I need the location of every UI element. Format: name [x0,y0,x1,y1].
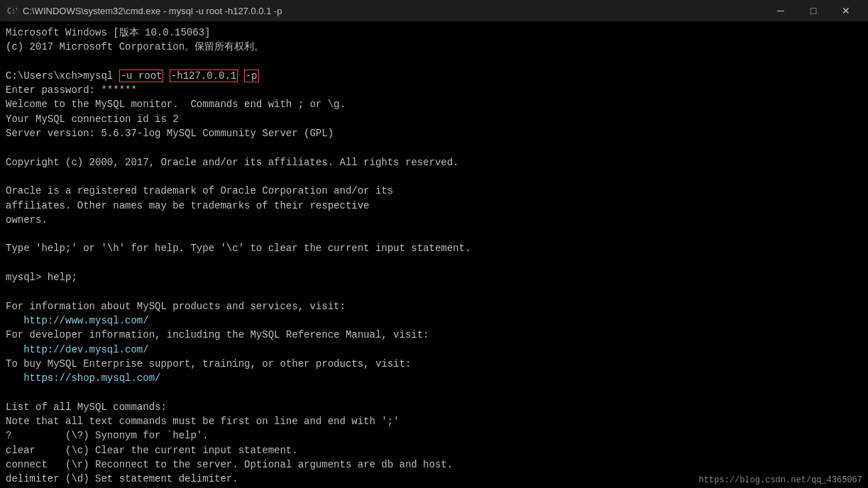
line-blank-2 [6,140,862,155]
line-note: Note that all text commands must be firs… [6,414,862,428]
maximize-button[interactable]: □ [797,0,830,21]
line-blank-3 [6,170,862,184]
line-cmd: C:\Users\xch>mysql -u root -h127.0.0.1 -… [6,69,862,83]
line-list-header: List of all MySQL commands: [6,400,862,414]
line-for-info: For information about MySQL products and… [6,299,862,314]
titlebar-left: C:\ C:\WINDOWS\system32\cmd.exe - mysql … [6,5,282,16]
line-version: Server version: 5.6.37-log MySQL Communi… [6,126,862,140]
line-copyright: Copyright (c) 2000, 2017, Oracle and/or … [6,155,862,170]
line-1: Microsoft Windows [版本 10.0.15063] [6,26,862,40]
line-2: (c) 2017 Microsoft Corporation。保留所有权利。 [6,40,862,54]
line-cmd-question: ? (\?) Synonym for `help'. [6,428,862,443]
line-cmd-connect: connect (\r) Reconnect to the server. Op… [6,458,862,472]
line-oracle-1: Oracle is a registered trademark of Orac… [6,184,862,198]
line-oracle-2: affiliates. Other names may be trademark… [6,199,862,213]
close-button[interactable]: ✕ [830,0,862,21]
window-controls[interactable]: ─ □ ✕ [764,0,862,21]
line-shop-url: https://shop.mysql.com/ [6,371,862,385]
line-welcome: Welcome to the MySQL monitor. Commands e… [6,97,862,111]
flag-h: -h127.0.0.1 [170,70,238,82]
line-blank-5 [6,256,862,270]
flag-u: -u root [119,70,164,82]
window-title: C:\WINDOWS\system32\cmd.exe - mysql -u r… [23,6,282,16]
line-conn-id: Your MySQL connection id is 2 [6,112,862,126]
watermark: https://blog.csdn.net/qq_4365067 [699,475,862,485]
minimize-button[interactable]: ─ [764,0,797,21]
cmd-icon: C:\ [6,5,17,16]
svg-text:C:\: C:\ [7,7,17,15]
terminal-window[interactable]: Microsoft Windows [版本 10.0.15063] (c) 20… [0,21,868,488]
line-blank-1 [6,55,862,69]
line-password: Enter password: ****** [6,83,862,97]
line-blank-7 [6,385,862,399]
line-for-dev: For developer information, including the… [6,328,862,342]
line-mysql-url: http://www.mysql.com/ [6,314,862,328]
line-cmd-clear: clear (\c) Clear the current input state… [6,443,862,458]
flag-p: -p [244,70,259,82]
line-dev-url: http://dev.mysql.com/ [6,343,862,357]
line-help-hint: Type 'help;' or '\h' for help. Type '\c'… [6,241,862,255]
titlebar: C:\ C:\WINDOWS\system32\cmd.exe - mysql … [0,0,868,21]
line-oracle-3: owners. [6,213,862,227]
line-to-buy: To buy MySQL Enterprise support, trainin… [6,357,862,371]
line-blank-6 [6,284,862,299]
line-mysql-cmd: mysql> help; [6,270,862,284]
line-blank-4 [6,227,862,241]
